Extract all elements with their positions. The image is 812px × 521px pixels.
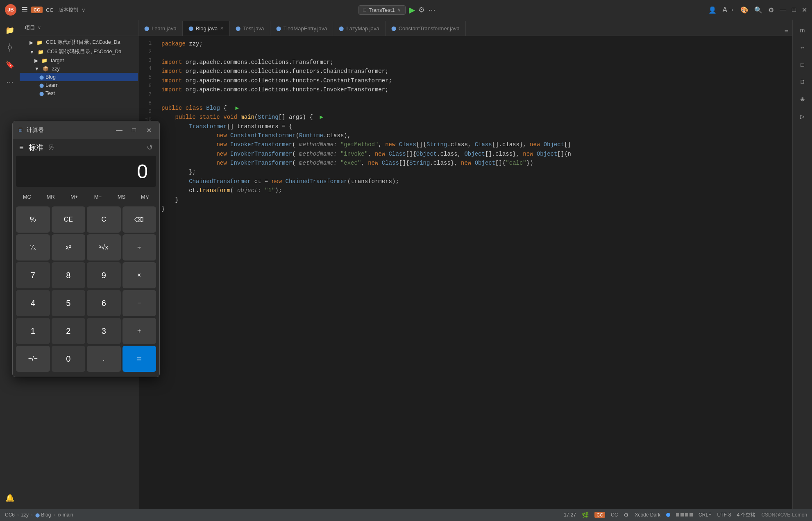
tab-learn[interactable]: ⬤ Learn.java bbox=[138, 21, 183, 36]
calc-btn-0[interactable]: 0 bbox=[52, 346, 86, 372]
tree-item-learn[interactable]: ⬤ Learn bbox=[20, 81, 138, 89]
vcs-dropdown-icon[interactable]: ∨ bbox=[82, 7, 86, 13]
code-editor[interactable]: 1 2 3 4 5 6 7 8 9 10 11 12 13 14 15 16 1… bbox=[138, 36, 792, 509]
breadcrumb: CC6 › zzy › ⬤ Blog › ⚙ main bbox=[5, 512, 73, 518]
status-theme[interactable]: Xcode Dark bbox=[635, 512, 660, 518]
right-sidebar-icon-2[interactable]: ↔ bbox=[795, 40, 810, 55]
tree-item-label: zzy bbox=[52, 66, 60, 72]
calc-btn-[interactable]: × bbox=[122, 262, 157, 288]
calc-history-icon[interactable]: ↺ bbox=[147, 143, 153, 152]
calc-btn-[interactable]: +/− bbox=[16, 346, 50, 372]
calc-btn-8[interactable]: 8 bbox=[52, 262, 86, 288]
win-dot-1 bbox=[676, 513, 679, 516]
color-scheme-icon[interactable]: 🎨 bbox=[740, 6, 748, 14]
tree-item-cc1[interactable]: ▶ 📁 CC1 源代码根目录, E:\Code_Da bbox=[20, 38, 138, 47]
sidebar-item-commit[interactable] bbox=[2, 40, 17, 55]
calc-close-btn[interactable]: ✕ bbox=[143, 125, 154, 136]
expand-icon: ▼ bbox=[34, 66, 39, 72]
tree-item-test[interactable]: ⬤ Test bbox=[20, 89, 138, 97]
translate-icon[interactable]: A→ bbox=[722, 6, 735, 14]
project-name: CC bbox=[46, 7, 54, 13]
project-panel-chevron[interactable]: ∨ bbox=[38, 25, 41, 30]
calc-btn-[interactable]: + bbox=[122, 318, 157, 344]
run-button[interactable]: ▶ bbox=[409, 5, 415, 15]
run-config-name: TransTest1 bbox=[369, 7, 395, 13]
calc-btn-3[interactable]: 3 bbox=[87, 318, 121, 344]
more-run-options[interactable]: ⋯ bbox=[428, 5, 435, 14]
code-line-14: new InvokerTransformer( methodName: "exe… bbox=[161, 159, 792, 168]
settings-icon[interactable]: ⚙ bbox=[768, 6, 774, 14]
code-content[interactable]: package zzy; import org.apache.commons.c… bbox=[158, 36, 792, 509]
calc-btn-[interactable]: ⌫ bbox=[122, 206, 157, 233]
title-bar-right: 👤 A→ 🎨 🔍 ⚙ — □ ✕ bbox=[708, 6, 807, 14]
calc-btn-7[interactable]: 7 bbox=[16, 262, 50, 288]
search-everywhere-icon[interactable]: 🔍 bbox=[754, 6, 762, 14]
status-vcs-icon[interactable]: 🌿 bbox=[582, 512, 589, 518]
right-sidebar-icon-6[interactable]: ▷ bbox=[795, 109, 810, 124]
calc-mv-btn[interactable]: M∨ bbox=[134, 190, 156, 203]
tab-label: LazyMap.java bbox=[346, 25, 379, 32]
tab-lazymap[interactable]: ⬤ LazyMap.java bbox=[333, 21, 385, 36]
debug-button[interactable]: ⚙ bbox=[418, 5, 425, 14]
menu-icon[interactable]: ☰ bbox=[21, 5, 28, 14]
breadcrumb-sep-1: › bbox=[17, 512, 19, 518]
tabs-overflow-menu[interactable]: ≡ bbox=[780, 28, 792, 36]
right-sidebar-icon-1[interactable]: m bbox=[795, 23, 810, 38]
right-sidebar-icon-3[interactable]: □ bbox=[795, 57, 810, 72]
calc-btn-[interactable]: − bbox=[122, 290, 157, 316]
calc-btn-ce[interactable]: CE bbox=[52, 206, 86, 233]
calc-btn-4[interactable]: 4 bbox=[16, 290, 50, 316]
calc-maximize-btn[interactable]: □ bbox=[128, 125, 140, 136]
status-encoding[interactable]: UTF-8 bbox=[717, 512, 731, 518]
calc-btn-6[interactable]: 6 bbox=[87, 290, 121, 316]
tab-constanttransformer[interactable]: ⬤ ConstantTransformer.java bbox=[386, 21, 466, 36]
tree-item-target[interactable]: ▶ 📁 target bbox=[20, 57, 138, 65]
tree-item-label: Learn bbox=[45, 82, 59, 88]
maximize-btn[interactable]: □ bbox=[792, 6, 796, 14]
sidebar-item-bookmark[interactable]: 🔖 bbox=[2, 57, 17, 72]
calc-btn-c[interactable]: C bbox=[87, 206, 121, 233]
calc-ms-btn[interactable]: MS bbox=[111, 190, 133, 203]
calc-btn-[interactable]: = bbox=[122, 346, 157, 372]
sidebar-item-more[interactable]: ⋯ bbox=[2, 75, 17, 89]
tree-item-label: CC1 源代码根目录, E:\Code_Da bbox=[46, 39, 120, 46]
run-config-selector[interactable]: □ TransTest1 ∨ bbox=[358, 5, 405, 15]
project-badge: CC bbox=[31, 7, 43, 13]
calc-mr-btn[interactable]: MR bbox=[40, 190, 62, 203]
sidebar-item-notifications[interactable]: 🔔 bbox=[2, 491, 17, 505]
calc-btn-2[interactable]: 2 bbox=[52, 318, 86, 344]
java-circle-icon: ⬤ bbox=[39, 91, 44, 96]
calc-display-value: 0 bbox=[137, 160, 148, 183]
tree-item-blog[interactable]: ⬤ Blog bbox=[20, 73, 138, 81]
sidebar-item-folder[interactable]: 📁 bbox=[2, 23, 17, 38]
calc-btn-1[interactable]: 1 bbox=[16, 318, 50, 344]
calc-btn-5[interactable]: 5 bbox=[52, 290, 86, 316]
calc-btn-[interactable]: ¹⁄ₓ bbox=[16, 234, 50, 260]
tab-close-icon[interactable]: ✕ bbox=[220, 26, 224, 31]
tab-tiedmapentry[interactable]: ⬤ TiedMapEntry.java bbox=[270, 21, 333, 36]
right-sidebar-icon-4[interactable]: D bbox=[795, 75, 810, 89]
status-line-ending[interactable]: CRLF bbox=[699, 512, 711, 518]
calc-menu-icon[interactable]: ≡ bbox=[19, 143, 24, 152]
tab-icon: ⬤ bbox=[188, 26, 193, 31]
calc-btn-x[interactable]: x² bbox=[52, 234, 86, 260]
calc-memory-row: MC MR M+ M− MS M∨ bbox=[13, 187, 159, 205]
close-btn[interactable]: ✕ bbox=[802, 6, 807, 14]
calc-btn-x[interactable]: ²√x bbox=[87, 234, 121, 260]
tab-blog[interactable]: ⬤ Blog.java ✕ bbox=[183, 21, 230, 36]
calc-btn-[interactable]: ÷ bbox=[122, 234, 157, 260]
calc-minimize-btn[interactable]: — bbox=[113, 125, 125, 136]
tree-item-label: Blog bbox=[45, 74, 56, 80]
calc-mplus-btn[interactable]: M+ bbox=[63, 190, 85, 203]
tree-item-zzy[interactable]: ▼ 📦 zzy bbox=[20, 65, 138, 73]
calc-btn-9[interactable]: 9 bbox=[87, 262, 121, 288]
calc-btn-[interactable]: . bbox=[87, 346, 121, 372]
calc-mc-btn[interactable]: MC bbox=[16, 190, 38, 203]
tree-item-cc6[interactable]: ▼ 📁 CC6 源代码根目录, E:\Code_Da bbox=[20, 47, 138, 57]
tab-test[interactable]: ⬤ Test.java bbox=[230, 21, 270, 36]
minimize-btn[interactable]: — bbox=[780, 6, 786, 14]
right-sidebar-icon-5[interactable]: ⊕ bbox=[795, 92, 810, 106]
calc-mminus-btn[interactable]: M− bbox=[87, 190, 109, 203]
account-icon[interactable]: 👤 bbox=[708, 6, 717, 14]
calc-btn-[interactable]: % bbox=[16, 206, 50, 233]
